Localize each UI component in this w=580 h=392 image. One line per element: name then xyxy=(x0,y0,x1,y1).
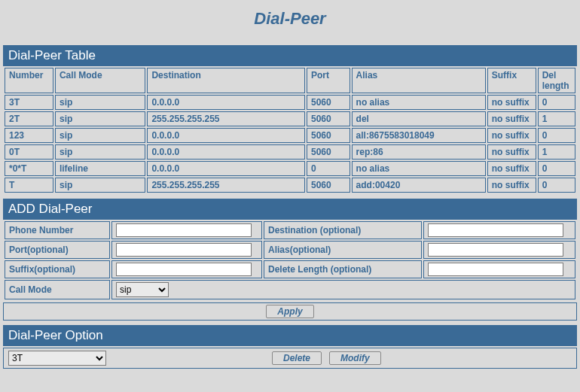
table-row: Tsip255.255.255.2555060add:00420no suffi… xyxy=(5,178,575,193)
cell-number: 2T xyxy=(5,111,53,126)
cell-port: 5060 xyxy=(307,95,350,110)
label-suffix: Suffix(optional) xyxy=(5,260,110,278)
add-dial-peer-form: Phone Number Destination (optional) Port… xyxy=(3,220,577,301)
cell-destination: 255.255.255.255 xyxy=(147,111,305,126)
label-phone-number: Phone Number xyxy=(5,221,110,239)
option-select[interactable]: 3T2T1230T*0*TT xyxy=(8,351,106,366)
alias-input[interactable] xyxy=(428,243,563,257)
cell-suffix: no suffix xyxy=(487,178,536,193)
cell-port: 5060 xyxy=(307,178,350,193)
col-header-alias: Alias xyxy=(352,68,486,93)
cell-call_mode: sip xyxy=(55,178,145,193)
cell-number: 0T xyxy=(5,144,53,160)
label-call-mode: Call Mode xyxy=(5,280,110,299)
cell-alias: all:8675583018049 xyxy=(352,128,486,143)
cell-del_length: 0 xyxy=(538,161,575,176)
apply-button[interactable]: Apply xyxy=(266,305,313,318)
table-row: 123sip0.0.0.05060all:8675583018049no suf… xyxy=(5,128,575,143)
cell-del_length: 0 xyxy=(538,95,575,110)
suffix-input[interactable] xyxy=(116,263,252,276)
cell-alias: del xyxy=(352,111,486,126)
cell-suffix: no suffix xyxy=(487,111,536,126)
cell-call_mode: sip xyxy=(55,144,145,160)
cell-destination: 0.0.0.0 xyxy=(147,144,305,160)
cell-suffix: no suffix xyxy=(487,128,536,143)
dial-peer-table: Number Call Mode Destination Port Alias … xyxy=(3,66,577,194)
cell-alias: no alias xyxy=(352,161,486,176)
col-header-suffix: Suffix xyxy=(487,68,536,93)
phone-number-input[interactable] xyxy=(116,223,252,237)
delete-length-input[interactable] xyxy=(428,263,563,276)
dial-peer-option-row: 3T2T1230T*0*TT Delete Modify xyxy=(3,348,577,369)
cell-call_mode: sip xyxy=(55,95,145,110)
col-header-del-length: Del length xyxy=(538,68,575,93)
cell-call_mode: lifeline xyxy=(55,161,145,176)
call-mode-select[interactable]: sip xyxy=(116,282,169,297)
col-header-destination: Destination xyxy=(147,68,305,93)
cell-alias: add:00420 xyxy=(352,178,486,193)
cell-alias: rep:86 xyxy=(352,144,486,160)
cell-del_length: 0 xyxy=(538,178,575,193)
cell-suffix: no suffix xyxy=(487,95,536,110)
cell-destination: 255.255.255.255 xyxy=(147,178,305,193)
section-header-option: Dial-Peer Option xyxy=(3,325,577,346)
label-destination: Destination (optional) xyxy=(264,221,422,239)
section-header-table: Dial-Peer Table xyxy=(3,45,577,66)
table-row: 0Tsip0.0.0.05060rep:86no suffix1 xyxy=(5,144,575,160)
cell-port: 5060 xyxy=(307,144,350,160)
cell-call_mode: sip xyxy=(55,111,145,126)
col-header-port: Port xyxy=(307,68,350,93)
label-delete-length: Delete Length (optional) xyxy=(264,260,422,278)
table-row: 2Tsip255.255.255.2555060delno suffix1 xyxy=(5,111,575,126)
cell-del_length: 1 xyxy=(538,144,575,160)
table-row: *0*Tlifeline0.0.0.00no aliasno suffix0 xyxy=(5,161,575,176)
cell-port: 0 xyxy=(307,161,350,176)
cell-port: 5060 xyxy=(307,128,350,143)
label-alias: Alias(optional) xyxy=(264,241,422,259)
destination-input[interactable] xyxy=(428,223,563,237)
delete-button[interactable]: Delete xyxy=(272,351,322,365)
section-header-add: ADD Dial-Peer xyxy=(3,199,577,220)
cell-call_mode: sip xyxy=(55,128,145,143)
cell-del_length: 1 xyxy=(538,111,575,126)
cell-suffix: no suffix xyxy=(487,144,536,160)
cell-suffix: no suffix xyxy=(487,161,536,176)
apply-row: Apply xyxy=(3,302,577,321)
cell-destination: 0.0.0.0 xyxy=(147,161,305,176)
cell-port: 5060 xyxy=(307,111,350,126)
col-header-number: Number xyxy=(5,68,53,93)
cell-del_length: 0 xyxy=(538,128,575,143)
cell-destination: 0.0.0.0 xyxy=(147,128,305,143)
cell-destination: 0.0.0.0 xyxy=(147,95,305,110)
port-input[interactable] xyxy=(116,243,252,257)
cell-alias: no alias xyxy=(352,95,486,110)
table-row: 3Tsip0.0.0.05060no aliasno suffix0 xyxy=(5,95,575,110)
cell-number: 123 xyxy=(5,128,53,143)
label-port: Port(optional) xyxy=(5,241,110,259)
page-title: Dial-Peer xyxy=(3,9,577,29)
cell-number: T xyxy=(5,178,53,193)
cell-number: 3T xyxy=(5,95,53,110)
col-header-call-mode: Call Mode xyxy=(55,68,145,93)
modify-button[interactable]: Modify xyxy=(329,351,381,365)
cell-number: *0*T xyxy=(5,161,53,176)
